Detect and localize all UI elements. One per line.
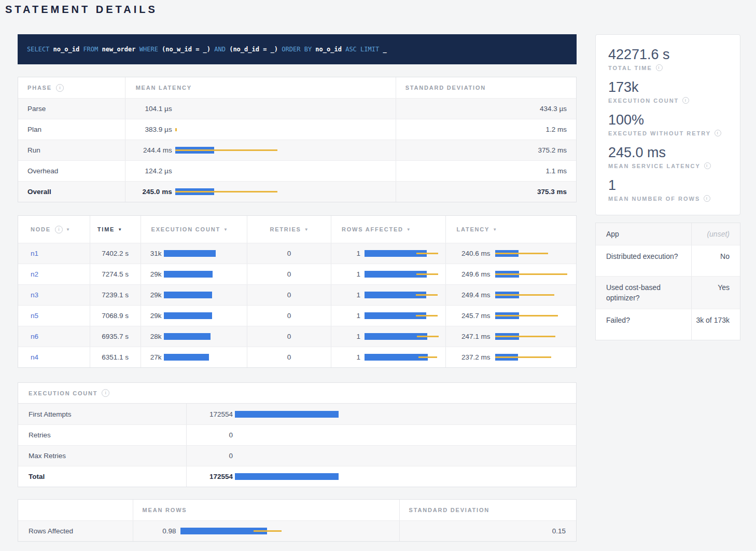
table-row: n2 7274.5 s 29k 0 1 249.6 ms [18,264,576,284]
execution-count-column-header[interactable]: EXECUTION COUNT ▼ [141,216,247,243]
detail-value: No [692,245,740,276]
retries-value: 0 [287,291,291,299]
time-value: 7402.2 s [102,250,129,257]
execution-count-value: 29k [141,270,162,278]
latency-value: 237.2 ms [446,353,490,361]
rows-affected-value: 1 [331,250,360,257]
node-stats-table: NODE i ▼ TIME ▼ EXECUTION COUNT ▼ RETRIE… [18,215,577,368]
info-icon[interactable]: i [102,389,109,397]
rows-affected-value: 1 [331,291,360,299]
execution-count-panel-header: EXECUTION COUNT i [18,383,576,404]
info-icon[interactable]: i [704,162,711,169]
exec-row-value: 172554 [189,410,233,418]
info-icon[interactable]: i [656,64,663,71]
retries-column-header[interactable]: RETRIES ▼ [247,216,331,243]
detail-row-distributed-execution: Distributed execution? No [596,245,740,276]
sql-identifier: new_order [102,46,139,53]
rows-affected-value: 1 [331,353,360,361]
latency-value: 245.7 ms [446,312,490,320]
phase-name: Plan [27,126,41,133]
mean-latency-value: 104.1 µs [136,105,172,113]
std-deviation-value: 1.2 ms [545,126,567,133]
phase-name: Run [27,146,40,154]
sort-arrow-icon[interactable]: ▼ [118,227,122,232]
table-row: First Attempts 172554 [18,404,576,424]
node-link[interactable]: n4 [31,353,38,361]
exec-row-value: 172554 [189,473,233,480]
time-header-label: TIME [97,226,115,232]
table-row: n5 7068.9 s 29k 0 1 245.7 ms [18,305,576,326]
table-row: Overhead 124.2 µs 1.1 ms [18,160,576,181]
sql-keyword: AND [214,46,229,53]
detail-row-cost-based-optimizer: Used cost-based optimizer? Yes [596,276,740,309]
execution-count-panel: EXECUTION COUNT i First Attempts 172554 … [18,382,577,487]
node-link[interactable]: n1 [31,250,38,257]
sort-arrow-icon[interactable]: ▼ [66,227,70,232]
stat-value: 245.0 ms [608,144,730,161]
info-icon[interactable]: i [682,97,689,104]
node-link[interactable]: n5 [31,312,38,320]
info-icon[interactable]: i [56,84,64,92]
sort-arrow-icon[interactable]: ▼ [493,227,497,232]
node-link[interactable]: n6 [31,333,38,340]
stat-mean-service-latency: 245.0 ms MEAN SERVICE LATENCY i [608,144,730,169]
latency-column-header[interactable]: LATENCY ▼ [445,216,576,243]
sql-identifier: (no_w_id = _) [162,46,214,53]
execution-count-value: 29k [141,291,162,299]
detail-row-app: App (unset) [596,223,740,245]
table-row: Max Retries 0 [18,445,576,466]
sort-arrow-icon[interactable]: ▼ [407,227,411,232]
sql-identifier: no_o_id [53,46,83,53]
retries-value: 0 [287,250,291,257]
node-link[interactable]: n3 [31,291,38,299]
rows-affected-label: Rows Affected [29,527,73,535]
page-title: STATEMENT DETAILS [5,4,158,16]
latency-value: 249.6 ms [446,270,490,278]
sql-keyword: ORDER BY [282,46,315,53]
info-icon[interactable]: i [704,195,710,202]
time-value: 6935.7 s [102,333,129,340]
table-row: n3 7239.1 s 29k 0 1 249.4 ms [18,284,576,305]
main-content: SELECT no_o_id FROM new_order WHERE (no_… [18,34,577,542]
stat-value: 100% [608,112,730,128]
std-deviation-value: 375.2 ms [538,146,567,154]
std-deviation-value: 0.15 [552,527,566,535]
sql-identifier: no_o_id [315,46,345,53]
exec-row-label: Retries [29,431,51,439]
time-value: 6351.1 s [102,353,129,361]
phase-name: Overall [27,188,51,196]
detail-label: Distributed execution? [596,245,692,276]
rows-affected-column-header[interactable]: ROWS AFFECTED ▼ [331,216,446,243]
rows-affected-header-label: ROWS AFFECTED [342,226,403,232]
table-row: n6 6935.7 s 28k 0 1 247.1 ms [18,326,576,347]
execution-count-value: 28k [141,333,162,340]
retries-header-label: RETRIES [270,226,301,232]
rows-affected-value: 1 [331,270,360,278]
rows-affected-value: 1 [331,312,360,320]
sql-keyword: FROM [83,46,102,53]
stat-value: 42271.6 s [608,46,730,63]
std-deviation-header-label: STANDARD DEVIATION [405,85,486,91]
sort-arrow-icon[interactable]: ▼ [304,227,309,232]
mean-latency-value: 244.4 ms [136,146,172,154]
node-column-header[interactable]: NODE i ▼ [18,216,90,243]
stat-value: 1 [608,177,730,194]
sort-arrow-icon[interactable]: ▼ [223,227,228,232]
info-icon[interactable]: i [715,130,721,136]
phase-name: Overhead [27,167,58,175]
execution-count-value: 31k [141,250,162,257]
detail-row-failed: Failed? 3k of 173k [596,309,740,340]
table-row: n1 7402.2 s 31k 0 1 240.6 ms [18,243,576,264]
stat-label: EXECUTED WITHOUT RETRY [608,130,711,136]
std-deviation-header-label: STANDARD DEVIATION [409,507,489,513]
sql-keyword: SELECT [27,46,53,53]
statement-details-card: App (unset) Distributed execution? No Us… [595,223,740,340]
std-deviation-column-header: STANDARD DEVIATION [399,500,576,520]
info-icon[interactable]: i [55,226,63,233]
time-column-header[interactable]: TIME ▼ [90,216,141,243]
std-deviation-value: 1.1 ms [545,167,567,175]
detail-label: Used cost-based optimizer? [596,277,692,309]
mean-rows-value: 0.98 [135,527,176,535]
node-link[interactable]: n2 [31,270,38,278]
time-value: 7274.5 s [102,270,129,278]
